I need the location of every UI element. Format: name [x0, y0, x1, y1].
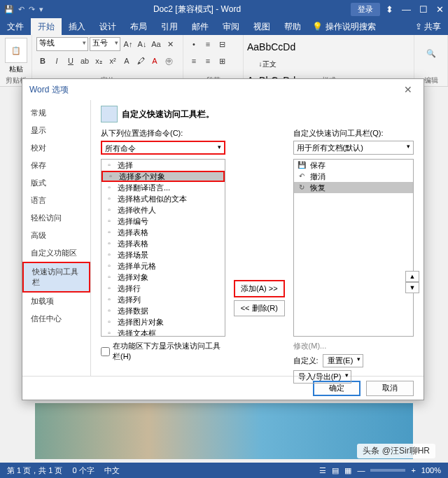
tab-mailings[interactable]: 邮件 — [185, 18, 216, 36]
bullets-icon[interactable]: • — [188, 38, 200, 50]
qat-listbox[interactable]: 💾保存↶撤消↻恢复 — [293, 159, 414, 337]
zoom-out-icon[interactable]: — — [357, 466, 365, 475]
command-item[interactable]: ▫选择 — [102, 160, 225, 171]
command-item[interactable]: ▫选择单元格 — [102, 260, 225, 272]
view-read-icon[interactable]: ☰ — [319, 466, 326, 475]
numbering-icon[interactable]: ≡ — [202, 38, 214, 50]
tab-help[interactable]: 帮助 — [277, 18, 308, 36]
nav-language[interactable]: 语言 — [22, 192, 90, 209]
italic-button[interactable]: I — [50, 55, 63, 67]
window-controls: ⬍ — ☐ ✕ — [386, 4, 444, 15]
nav-ease[interactable]: 轻松访问 — [22, 209, 90, 227]
font-size-combo[interactable]: 五号 — [90, 37, 120, 51]
command-item[interactable]: ▫选择列 — [102, 294, 225, 305]
show-below-ribbon-checkbox[interactable]: 在功能区下方显示快速访问工具栏(H) — [101, 341, 225, 362]
command-item[interactable]: ▫选择行 — [102, 283, 225, 294]
remove-button[interactable]: << 删除(R) — [234, 300, 285, 316]
page-status[interactable]: 第 1 页，共 1 页 — [7, 465, 62, 476]
font-color-icon[interactable]: A — [148, 55, 161, 67]
strike-button[interactable]: ab — [78, 55, 91, 67]
modify-button[interactable]: 修改(M)... — [293, 341, 414, 351]
qat-item[interactable]: 💾保存 — [294, 160, 413, 171]
command-item[interactable]: ▫选择多个对象 — [102, 171, 225, 182]
command-item[interactable]: ▫选择编号 — [102, 216, 225, 227]
nav-trust[interactable]: 信任中心 — [22, 310, 90, 328]
nav-proofing[interactable]: 校对 — [22, 139, 90, 157]
command-item[interactable]: ▫选择文本框 — [102, 328, 225, 337]
word-count[interactable]: 0 个字 — [72, 465, 94, 476]
watermark: 头条 @汪Sir聊HR — [357, 444, 435, 458]
undo-icon[interactable]: ↶ — [18, 5, 24, 14]
reset-dropdown[interactable]: 重置(E) — [323, 354, 364, 367]
zoom-slider[interactable] — [370, 469, 405, 472]
redo-icon[interactable]: ↷ — [29, 5, 35, 14]
align-left-icon[interactable]: ≡ — [188, 55, 200, 67]
tab-home[interactable]: 开始 — [31, 18, 62, 36]
view-web-icon[interactable]: ▦ — [344, 466, 351, 475]
command-item[interactable]: ▫选择收件人 — [102, 204, 225, 216]
tab-insert[interactable]: 插入 — [62, 18, 92, 36]
qat-item[interactable]: ↶撤消 — [294, 171, 413, 182]
underline-button[interactable]: U — [64, 55, 77, 67]
superscript-button[interactable]: x² — [106, 55, 119, 67]
command-item[interactable]: ▫选择图片对象 — [102, 316, 225, 328]
nav-addins[interactable]: 加载项 — [22, 293, 90, 310]
tab-file[interactable]: 文件 — [0, 18, 31, 36]
dialog-close-icon[interactable]: ✕ — [400, 84, 416, 95]
language-status[interactable]: 中文 — [104, 465, 120, 476]
nav-display[interactable]: 显示 — [22, 122, 90, 139]
highlight-icon[interactable]: 🖍 — [134, 55, 147, 67]
nav-save[interactable]: 保存 — [22, 157, 90, 174]
bold-button[interactable]: B — [36, 55, 49, 67]
font-family-combo[interactable]: 等线 — [36, 37, 88, 51]
enclose-icon[interactable]: ㊥ — [162, 55, 175, 67]
tab-references[interactable]: 引用 — [154, 18, 185, 36]
move-down-button[interactable]: ▼ — [405, 282, 419, 293]
text-effect-icon[interactable]: A — [120, 55, 133, 67]
add-button[interactable]: 添加(A) >> — [234, 280, 285, 297]
tab-layout[interactable]: 布局 — [123, 18, 154, 36]
import-export-dropdown[interactable]: 导入/导出(P) — [293, 370, 352, 384]
command-item[interactable]: ▫选择格式相似的文本 — [102, 193, 225, 204]
commands-listbox[interactable]: ▫选择▫选择多个对象▫选择翻译语言...▫选择格式相似的文本▫选择收件人▫选择编… — [101, 159, 225, 337]
command-item[interactable]: ▫选择对象 — [102, 272, 225, 283]
align-center-icon[interactable]: ≡ — [202, 55, 214, 67]
tab-view[interactable]: 视图 — [246, 18, 277, 36]
shrink-font-icon[interactable]: A↓ — [136, 38, 148, 50]
move-up-button[interactable]: ▲ — [405, 271, 419, 282]
subscript-button[interactable]: x₂ — [92, 55, 105, 67]
maximize-icon[interactable]: ☐ — [419, 4, 428, 15]
command-item[interactable]: ▫选择数据 — [102, 305, 225, 316]
qat-item[interactable]: ↻恢复 — [294, 182, 413, 193]
nav-general[interactable]: 常规 — [22, 104, 90, 122]
nav-customize-ribbon[interactable]: 自定义功能区 — [22, 244, 90, 262]
command-item[interactable]: ▫选择表格 — [102, 238, 225, 249]
paste-button[interactable]: 📋 — [5, 38, 27, 63]
tell-me[interactable]: 💡操作说明搜索 — [312, 21, 376, 33]
command-item[interactable]: ▫选择表格 — [102, 227, 225, 238]
grow-font-icon[interactable]: A↑ — [122, 38, 134, 50]
customize-qat-select[interactable]: 用于所有文档(默认) — [293, 141, 414, 155]
zoom-level[interactable]: 100% — [421, 466, 441, 475]
command-item[interactable]: ▫选择场景 — [102, 249, 225, 260]
clear-format-icon[interactable]: ✕ — [164, 38, 176, 50]
share-button[interactable]: ⇪ 共享 — [408, 18, 448, 36]
change-case-icon[interactable]: Aa — [150, 38, 162, 50]
nav-quick-access-toolbar[interactable]: 快速访问工具栏 — [22, 262, 90, 293]
tab-design[interactable]: 设计 — [92, 18, 123, 36]
command-item[interactable]: ▫选择翻译语言... — [102, 182, 225, 193]
view-print-icon[interactable]: ▤ — [332, 466, 339, 475]
ribbon-options-icon[interactable]: ⬍ — [386, 4, 393, 15]
nav-advanced[interactable]: 高级 — [22, 227, 90, 244]
style-normal[interactable]: AaBbCcDd↓正文 — [246, 38, 288, 70]
nav-layout[interactable]: 版式 — [22, 174, 90, 192]
minimize-icon[interactable]: — — [402, 4, 411, 15]
border-icon[interactable]: ⊞ — [216, 55, 228, 67]
choose-commands-select[interactable]: 所有命令 — [101, 141, 225, 155]
zoom-in-icon[interactable]: + — [411, 466, 415, 475]
login-button[interactable]: 登录 — [351, 3, 380, 16]
save-icon[interactable]: 💾 — [4, 5, 14, 14]
multilevel-icon[interactable]: ⊟ — [216, 38, 228, 50]
close-icon[interactable]: ✕ — [436, 4, 444, 15]
tab-review[interactable]: 审阅 — [216, 18, 246, 36]
